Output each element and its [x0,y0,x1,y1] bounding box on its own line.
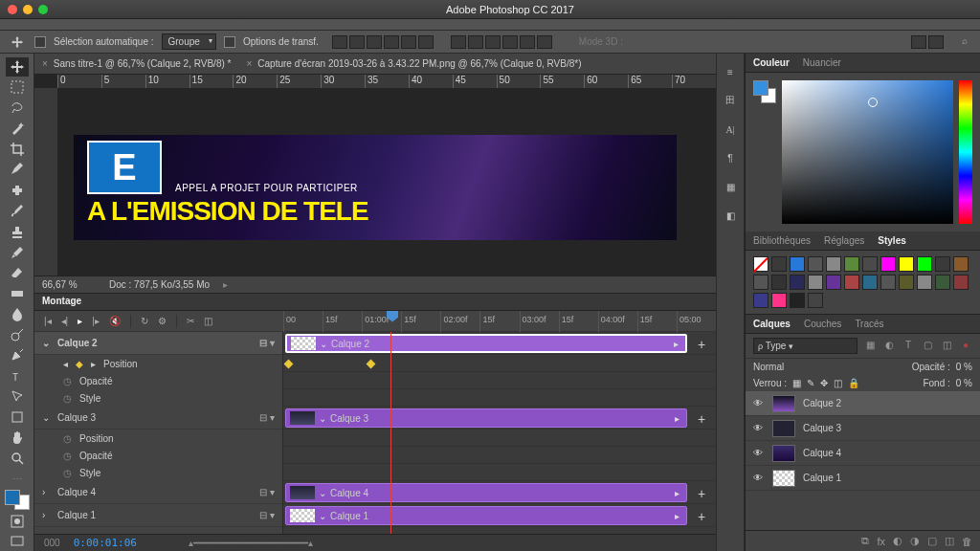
tl-layer-calque3[interactable]: ⌄Calque 3⊟ ▾ [34,407,282,430]
style-swatch[interactable] [862,256,878,272]
filter-toggle-icon[interactable]: ● [959,340,972,353]
style-swatch[interactable] [917,256,932,272]
distribute-btn[interactable] [520,35,535,49]
style-swatch[interactable] [844,256,859,272]
style-swatch[interactable] [771,256,787,272]
menu-bar[interactable] [0,19,980,31]
layer-item-calque4[interactable]: 👁Calque 4 [746,441,980,466]
minimize-window-icon[interactable] [23,5,33,14]
align-btn[interactable] [349,35,365,49]
wand-tool[interactable] [6,120,29,139]
tl-prop-position[interactable]: ◂◆▸Position [34,355,282,372]
keyframe-icon[interactable] [284,360,294,369]
color-cursor-icon[interactable] [868,98,878,107]
panel-icon[interactable]: ▦ [722,178,739,195]
status-more-icon[interactable]: ▸ [223,279,228,290]
filter-adjust-icon[interactable]: ◐ [882,340,896,353]
play-icon[interactable]: ▸ [78,316,82,326]
tl-prop-opacity[interactable]: ◷Opacité [34,372,282,389]
stamp-tool[interactable] [6,222,29,241]
search-icon[interactable]: ⌕ [957,35,972,49]
style-swatch[interactable] [953,256,969,272]
zoom-level[interactable]: 66,67 % [42,279,96,290]
tab-reglages[interactable]: Réglages [824,235,864,246]
blend-mode-dropdown[interactable]: Normal [753,362,906,372]
clip-calque4[interactable]: ⌄Calque 4▸ [285,483,687,502]
style-swatch[interactable] [935,256,950,272]
tab-biblio[interactable]: Bibliothèques [753,235,811,246]
doc-tab-1[interactable]: ×Sans titre-1 @ 66,7% (Calque 2, RVB/8) … [42,58,231,69]
distribute-btn[interactable] [502,35,518,49]
style-swatch[interactable] [790,275,805,290]
auto-select-dropdown[interactable]: Groupe [162,33,216,50]
shape-tool[interactable] [6,408,29,427]
type-tool[interactable]: T [6,366,29,386]
panel-icon[interactable]: ≡ [722,63,739,80]
link-layers-icon[interactable]: ⧉ [861,535,869,547]
doc-info[interactable]: Doc : 787,5 Ko/3,55 Mo [109,279,210,290]
lasso-tool[interactable] [6,99,29,118]
style-swatch[interactable] [771,275,787,290]
lock-transparent-icon[interactable]: ▦ [792,378,801,388]
mask-icon[interactable]: ◐ [893,535,902,547]
filter-smart-icon[interactable]: ◫ [940,340,953,353]
hand-tool[interactable] [6,429,29,448]
style-swatch[interactable] [862,275,878,290]
marquee-tool[interactable] [6,78,29,98]
color-fg-bg[interactable] [753,80,776,103]
quickmask-tool[interactable] [6,512,29,531]
history-brush-tool[interactable] [6,243,29,262]
visibility-icon[interactable]: 👁 [753,398,765,408]
ruler-vertical[interactable] [34,88,57,276]
fg-bg-color[interactable] [5,490,30,510]
ruler-horizontal[interactable]: 0510152025303540455055606570 [57,75,716,88]
style-swatch[interactable] [808,275,823,290]
crop-tool[interactable] [6,140,29,159]
style-swatch[interactable] [771,293,787,308]
filter-type-icon[interactable]: T [902,340,915,353]
visibility-icon[interactable]: 👁 [753,473,765,483]
screenmode-tool[interactable] [6,532,29,551]
align-btn[interactable] [401,35,416,49]
add-clip-icon[interactable]: + [695,411,708,425]
style-swatch[interactable] [899,275,914,290]
layer-thumbnail[interactable] [772,470,795,487]
color-field[interactable] [782,80,953,224]
path-tool[interactable] [6,387,29,407]
clip-calque2[interactable]: ⌄Calque 2▸ [285,334,687,353]
style-swatch[interactable] [917,275,932,290]
settings-icon[interactable]: ⚙ [158,316,167,326]
panel-icon[interactable]: ◧ [722,207,739,224]
pen-tool[interactable] [6,345,29,364]
document-canvas[interactable]: E APPEL A PROJET POUR PARTICIPER A L'EMI… [74,135,677,240]
next-frame-icon[interactable]: |▸ [92,316,100,326]
goto-start-icon[interactable]: |◂ [44,316,52,326]
trash-icon[interactable]: 🗑 [962,536,972,547]
align-btn[interactable] [332,35,347,49]
healing-tool[interactable] [6,181,29,200]
tab-traces[interactable]: Tracés [855,319,883,329]
move-tool[interactable] [6,57,29,77]
add-clip-icon[interactable]: + [695,486,708,499]
style-swatch[interactable] [808,256,823,272]
style-swatch[interactable] [753,275,768,290]
layer-item-calque1[interactable]: 👁Calque 1 [746,466,980,491]
visibility-icon[interactable]: 👁 [753,423,765,433]
audio-icon[interactable]: 🔇 [109,316,121,326]
tab-nuancier[interactable]: Nuancier [803,57,841,68]
style-swatch[interactable] [826,275,841,290]
tl-prop-style[interactable]: ◷Style [34,464,282,481]
new-layer-icon[interactable]: ◫ [945,535,954,547]
loop-icon[interactable]: ↻ [141,316,148,326]
align-btn[interactable] [384,35,399,49]
timeline-tracks[interactable]: ⌄Calque 2▸+ ⌄Calque 3▸+ ⌄Calque 4▸+ ⌄Cal… [283,332,716,534]
group-icon[interactable]: ▢ [927,535,937,547]
tab-styles[interactable]: Styles [878,235,905,246]
doc-tab-2[interactable]: ×Capture d'écran 2019-03-26 à 3.43.22 PM… [246,58,581,69]
tl-layer-calque2[interactable]: ⌄Calque 2⊟ ▾ [34,332,282,355]
layer-item-calque3[interactable]: 👁Calque 3 [746,416,980,441]
style-swatch[interactable] [844,275,859,290]
brush-tool[interactable] [6,202,29,221]
clip-calque3[interactable]: ⌄Calque 3▸ [285,408,687,428]
tool-more[interactable]: ⋯ [12,474,22,484]
